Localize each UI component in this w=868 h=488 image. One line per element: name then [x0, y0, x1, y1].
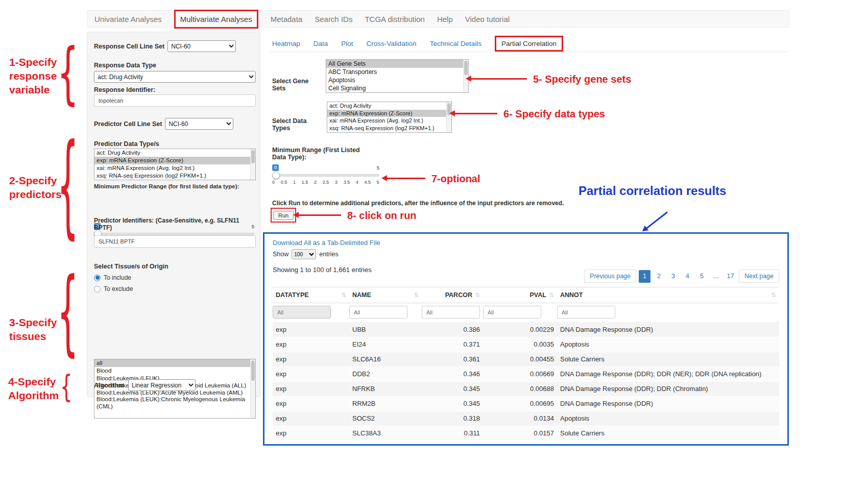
predictor-data-types-list[interactable]: act: Drug Activity exp: mRNA Expression …	[94, 149, 256, 180]
next-page-button[interactable]: Next page	[739, 270, 779, 283]
algorithm-label: Algorithm	[94, 382, 124, 389]
table-row[interactable]: expNFRKB0.3450.00688DNA Damage Response …	[273, 381, 779, 396]
nav-video-tutorial[interactable]: Video tutorial	[465, 15, 510, 23]
nav-metadata[interactable]: Metadata	[271, 15, 303, 23]
nav-search-ids[interactable]: Search IDs	[315, 15, 352, 23]
nav-help[interactable]: Help	[437, 15, 453, 23]
gene-sets-list[interactable]: All Gene Sets ABC Transporters Apoptosis…	[326, 59, 469, 93]
nav-univariate-analyses[interactable]: Univariate Analyses	[94, 15, 162, 23]
response-cell-line-set-select[interactable]: NCI-60	[167, 40, 236, 52]
scrollbar[interactable]	[250, 359, 255, 418]
list-option[interactable]: Apoptosis	[326, 76, 468, 84]
column-header-annot[interactable]: ANNOT⇅	[557, 287, 779, 303]
table-row[interactable]: expEI240.3710.0035Apoptosis	[273, 337, 779, 352]
tab-data[interactable]: Data	[314, 40, 328, 47]
scrollbar-thumb[interactable]	[464, 61, 468, 75]
column-header-name[interactable]: NAME⇅	[349, 287, 422, 303]
gene-sets-group: Select Gene Sets All Gene Sets ABC Trans…	[272, 59, 469, 93]
data-types-list[interactable]: act: Drug Activity exp: mRNA Expression …	[327, 102, 452, 133]
run-button[interactable]: Run	[273, 211, 294, 220]
page-button-1[interactable]: 1	[639, 270, 650, 283]
column-header-parcor[interactable]: PARCOR⇅	[422, 287, 483, 303]
predictor-identifiers-label: Predictor Identifiers: (Case-Sensitive, …	[94, 217, 255, 231]
nav-multivariate-analyses[interactable]: Multivariate Analyses	[174, 10, 258, 29]
cell: 0.00229	[483, 322, 557, 337]
tissue-include-radio[interactable]: To include	[94, 274, 131, 281]
filter-pval-input[interactable]	[483, 306, 541, 319]
cell: DNA Damage Response (DDR)	[557, 322, 779, 337]
cell: 0.00688	[483, 381, 557, 396]
cell: Apoptosis	[557, 411, 779, 426]
column-header-pval[interactable]: PVAL⇅	[483, 287, 557, 303]
table-row[interactable]: expUBB0.3860.00229DNA Damage Response (D…	[273, 322, 779, 337]
cell: 0.345	[422, 396, 483, 411]
page-button-5[interactable]: 5	[696, 270, 708, 283]
table-row[interactable]: expSLC6A160.3610.00455Solute Carriers	[273, 352, 779, 367]
page-button-3[interactable]: 3	[667, 270, 679, 283]
list-option[interactable]: act: Drug Activity	[327, 102, 451, 110]
previous-page-button[interactable]: Previous page	[584, 270, 636, 283]
list-option[interactable]: xai: mRNA Expression (Avg. log2 Int.)	[327, 117, 451, 125]
filter-annot-input[interactable]	[557, 306, 615, 319]
list-option-selected[interactable]: all	[94, 359, 255, 367]
tab-cross-validation[interactable]: Cross-Validation	[367, 40, 417, 47]
cell: UBB	[349, 322, 422, 337]
page-button-17[interactable]: 17	[725, 270, 736, 283]
scrollbar-thumb[interactable]	[251, 150, 255, 163]
tab-plot[interactable]: Plot	[341, 40, 353, 47]
callout-arrow-left-icon	[298, 214, 341, 216]
page-length-select[interactable]: 100	[292, 249, 316, 259]
callout-arrow-left-icon	[387, 178, 425, 179]
list-option-selected[interactable]: exp: mRNA Expression (Z-Score)	[94, 157, 255, 164]
column-header-datatype[interactable]: DATATYPE⇅	[273, 287, 349, 303]
min-range-slider[interactable]: 0 5 00.511.522.533.544.55	[272, 164, 379, 188]
predictor-cell-line-set-select[interactable]: NCI-60	[165, 118, 233, 130]
predictor-identifiers-input[interactable]	[94, 235, 256, 248]
table-row[interactable]: expRRM2B0.3450.00695DNA Damage Response …	[273, 396, 779, 411]
list-option[interactable]: ABC Transporters	[326, 68, 468, 76]
cell: 0.0157	[483, 426, 557, 441]
slider-track[interactable]	[272, 174, 379, 177]
sort-icon: ⇅	[549, 291, 554, 299]
table-row[interactable]: expSOCS20.3180.0134Apoptosis	[273, 411, 779, 426]
annotation-data-types: 6- Specify data types	[503, 107, 605, 120]
list-option-selected[interactable]: exp: mRNA Expression (Z-Score)	[327, 110, 451, 117]
annotation-gene-sets: 5- Specify gene sets	[533, 72, 631, 86]
table-row[interactable]: expDDB20.3460.00669DNA Damage Response (…	[273, 367, 779, 381]
filter-name-input[interactable]	[349, 306, 407, 319]
page-button-4[interactable]: 4	[682, 270, 693, 283]
tab-heatmap[interactable]: Heatmap	[272, 40, 300, 47]
tissue-exclude-radio[interactable]: To exclude	[94, 285, 133, 292]
brace-annotation: {	[60, 369, 73, 405]
brace-annotation: {	[57, 119, 79, 251]
sort-icon: ⇅	[414, 291, 419, 299]
nav-tcga-distribution[interactable]: TCGA distribution	[365, 15, 425, 23]
predictor-cell-line-set-label: Predictor Cell Line Set	[94, 120, 162, 128]
sort-icon: ⇅	[341, 291, 346, 299]
tab-partial-correlation[interactable]: Partial Correlation	[495, 36, 563, 52]
list-option[interactable]: xai: mRNA Expression (Avg. log2 Int.)	[94, 164, 255, 172]
list-option[interactable]: xsq: RNA-seq Expression (log2 FPKM+1.)	[327, 125, 451, 132]
filter-parcor-input[interactable]	[422, 306, 480, 319]
algorithm-select[interactable]: Linear Regression	[128, 379, 196, 391]
response-cell-line-set-label: Response Cell Line Set	[94, 43, 164, 50]
download-link[interactable]: Download All as a Tab-Delimited File	[273, 239, 380, 247]
list-option[interactable]: xsq: RNA-seq Expression (log2 FPKM+1.)	[94, 172, 255, 180]
list-option[interactable]: Blood:Leukemia (LEUK):Chronic Myelogenou…	[94, 396, 255, 410]
scrollbar[interactable]	[446, 102, 451, 132]
filter-datatype-input[interactable]	[273, 306, 331, 319]
list-option[interactable]: Blood	[94, 367, 255, 375]
list-option-selected[interactable]: All Gene Sets	[326, 60, 468, 68]
scrollbar-thumb[interactable]	[251, 360, 255, 381]
list-option[interactable]: act: Drug Activity	[94, 149, 255, 157]
page-button-2[interactable]: 2	[653, 270, 665, 283]
table-row[interactable]: expSLC38A30.3110.0157Solute Carriers	[273, 426, 779, 441]
response-data-type-select[interactable]: act: Drug Activity	[94, 71, 256, 83]
list-option[interactable]: Cell Signaling	[326, 84, 468, 92]
slider-handle[interactable]	[272, 172, 280, 179]
response-identifier-input[interactable]	[94, 94, 256, 107]
tab-technical-details[interactable]: Technical Details	[430, 40, 481, 47]
show-entries-control: Show 100 entries	[273, 249, 779, 259]
scrollbar[interactable]	[250, 149, 255, 180]
min-predictor-range-label: Minimum Predictor Range (for first liste…	[94, 183, 253, 189]
